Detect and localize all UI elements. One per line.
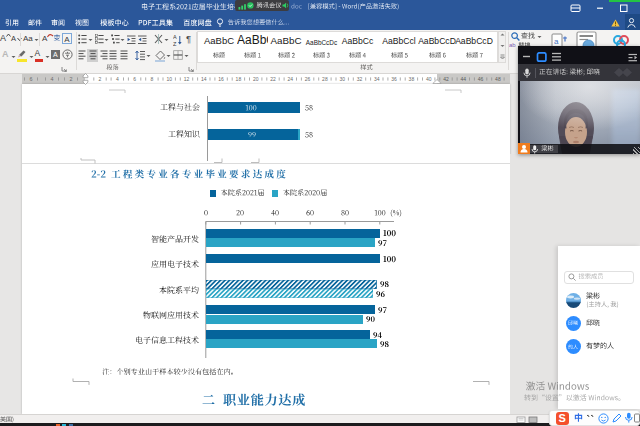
svg-text:2: 2 [99, 76, 102, 82]
svg-text:2: 2 [70, 76, 73, 82]
svg-text:8: 8 [151, 76, 154, 82]
svg-text:16: 16 [218, 76, 224, 82]
svg-text:42: 42 [443, 76, 449, 82]
svg-text:28: 28 [322, 76, 328, 82]
svg-text:6: 6 [30, 76, 33, 82]
svg-text:26: 26 [305, 76, 311, 82]
svg-text:46: 46 [478, 76, 484, 82]
svg-text:18: 18 [236, 76, 242, 82]
svg-text:30: 30 [339, 76, 345, 82]
svg-text:36: 36 [391, 76, 397, 82]
svg-text:40: 40 [426, 76, 432, 82]
svg-text:12: 12 [184, 76, 190, 82]
svg-text:ab: ab [509, 42, 516, 48]
svg-text:48: 48 [495, 76, 501, 82]
svg-text:Z: Z [173, 40, 177, 46]
svg-text:14: 14 [201, 76, 207, 82]
svg-text:38: 38 [409, 76, 415, 82]
svg-text:34: 34 [374, 76, 380, 82]
svg-text:6: 6 [133, 76, 136, 82]
svg-text:10: 10 [166, 76, 172, 82]
svg-text:4: 4 [116, 76, 119, 82]
svg-text:32: 32 [357, 76, 363, 82]
svg-text:a: a [554, 37, 559, 46]
svg-text:24: 24 [288, 76, 294, 82]
svg-text:44: 44 [461, 76, 467, 82]
svg-text:A: A [64, 35, 70, 44]
svg-text:22: 22 [270, 76, 276, 82]
svg-text:20: 20 [253, 76, 259, 82]
svg-text:4: 4 [51, 76, 54, 82]
svg-text:A: A [173, 34, 177, 40]
